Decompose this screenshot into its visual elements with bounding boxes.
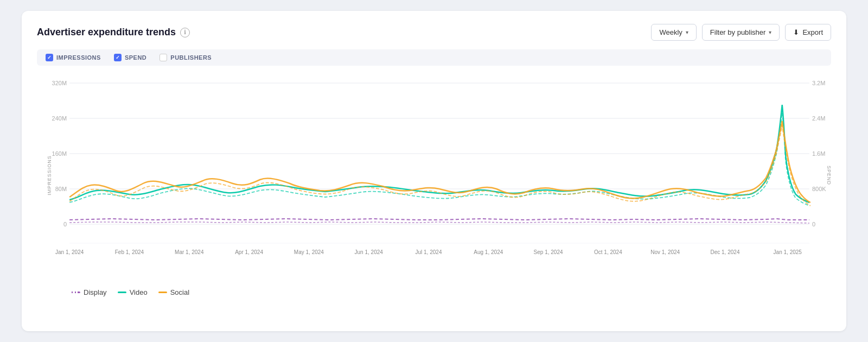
svg-text:Apr 1, 2024: Apr 1, 2024 bbox=[235, 249, 263, 255]
social-legend-item: Social bbox=[158, 288, 189, 296]
download-icon: ⬇ bbox=[793, 28, 799, 36]
svg-text:Jan 1, 2024: Jan 1, 2024 bbox=[55, 249, 84, 255]
svg-text:Oct 1, 2024: Oct 1, 2024 bbox=[594, 249, 622, 255]
chevron-down-icon: ▾ bbox=[769, 29, 771, 35]
chevron-down-icon: ▾ bbox=[686, 29, 688, 35]
svg-text:160M: 160M bbox=[52, 150, 67, 157]
bottom-legend: Display Video Social bbox=[37, 285, 831, 296]
svg-text:Aug 1, 2024: Aug 1, 2024 bbox=[474, 249, 503, 255]
y-axis-right-label: SPEND bbox=[826, 166, 832, 185]
chart-area: IMPRESSIONS SPEND 320M 240M 160M 80M 0 3… bbox=[37, 72, 831, 278]
impressions-toggle[interactable]: ✓ IMPRESSIONS bbox=[46, 54, 101, 61]
svg-text:0: 0 bbox=[812, 221, 815, 227]
filter-by-publisher-button[interactable]: Filter by publisher ▾ bbox=[702, 24, 780, 41]
controls: Weekly ▾ Filter by publisher ▾ ⬇ Export bbox=[651, 24, 831, 41]
svg-rect-30 bbox=[69, 292, 72, 293]
publishers-checkbox[interactable] bbox=[159, 54, 167, 61]
svg-text:Nov 1, 2024: Nov 1, 2024 bbox=[650, 249, 680, 255]
svg-rect-31 bbox=[73, 292, 75, 293]
svg-text:May 1, 2024: May 1, 2024 bbox=[294, 249, 324, 255]
info-icon[interactable]: ℹ bbox=[180, 28, 190, 37]
svg-text:240M: 240M bbox=[52, 115, 67, 122]
svg-text:Mar 1, 2024: Mar 1, 2024 bbox=[175, 249, 204, 255]
spend-toggle[interactable]: ✓ SPEND bbox=[114, 54, 146, 61]
card-header: Advertiser expenditure trends ℹ Weekly ▾… bbox=[37, 24, 831, 41]
export-button[interactable]: ⬇ Export bbox=[785, 24, 831, 41]
social-label: Social bbox=[170, 288, 189, 296]
svg-text:Feb 1, 2024: Feb 1, 2024 bbox=[115, 249, 144, 255]
svg-text:1.6M: 1.6M bbox=[812, 150, 826, 157]
publishers-toggle[interactable]: PUBLISHERS bbox=[159, 54, 212, 61]
display-label: Display bbox=[84, 288, 107, 296]
chart-svg: 320M 240M 160M 80M 0 3.2M 2.4M 1.6M 800K… bbox=[37, 72, 831, 278]
svg-text:3.2M: 3.2M bbox=[812, 80, 826, 86]
svg-text:Sep 1, 2024: Sep 1, 2024 bbox=[534, 249, 563, 255]
weekly-button[interactable]: Weekly ▾ bbox=[651, 24, 696, 41]
y-axis-left-label: IMPRESSIONS bbox=[47, 155, 52, 195]
publishers-label: PUBLISHERS bbox=[170, 54, 212, 61]
svg-text:0: 0 bbox=[63, 221, 67, 227]
svg-rect-32 bbox=[76, 292, 78, 293]
spend-checkbox[interactable]: ✓ bbox=[114, 54, 122, 61]
video-legend-item: Video bbox=[118, 288, 148, 296]
svg-text:Dec 1, 2024: Dec 1, 2024 bbox=[710, 249, 739, 255]
impressions-label: IMPRESSIONS bbox=[56, 54, 101, 61]
title-row: Advertiser expenditure trends ℹ bbox=[37, 27, 190, 38]
filter-legend-bar: ✓ IMPRESSIONS ✓ SPEND PUBLISHERS bbox=[37, 49, 831, 66]
video-label: Video bbox=[130, 288, 148, 296]
main-card: Advertiser expenditure trends ℹ Weekly ▾… bbox=[22, 11, 846, 331]
spend-label: SPEND bbox=[125, 54, 146, 61]
svg-text:2.4M: 2.4M bbox=[812, 115, 826, 122]
social-legend-swatch bbox=[158, 292, 167, 293]
svg-text:Jul 1, 2024: Jul 1, 2024 bbox=[415, 249, 442, 255]
svg-text:800K: 800K bbox=[812, 186, 826, 192]
svg-text:Jun 1, 2024: Jun 1, 2024 bbox=[355, 249, 384, 255]
svg-text:80M: 80M bbox=[55, 186, 67, 192]
svg-text:320M: 320M bbox=[52, 80, 67, 86]
display-legend-swatch bbox=[69, 290, 80, 295]
page-title: Advertiser expenditure trends bbox=[37, 27, 176, 38]
impressions-checkbox[interactable]: ✓ bbox=[46, 54, 53, 61]
svg-text:Jan 1, 2025: Jan 1, 2025 bbox=[774, 249, 802, 255]
display-legend-item: Display bbox=[69, 288, 107, 296]
video-legend-swatch bbox=[118, 292, 126, 293]
